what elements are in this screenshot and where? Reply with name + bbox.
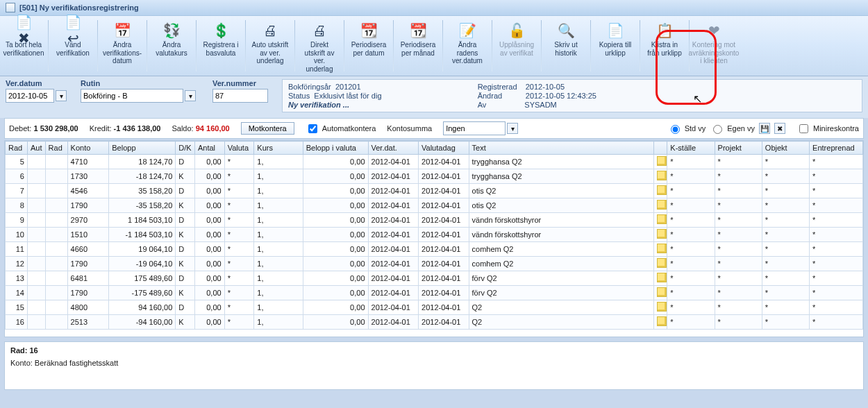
toolbar-change-date[interactable]: 📅Ändra verifikations-datum bbox=[99, 16, 146, 76]
direct-print-icon: 🖨 bbox=[310, 20, 329, 41]
toolbar: 📄✖Ta bort hela verifikationen📄↩Vänd veri… bbox=[0, 16, 868, 76]
col-10[interactable]: Ver.dat. bbox=[368, 142, 419, 155]
col-1[interactable]: Aut bbox=[27, 142, 45, 155]
auto-print-icon: 🖨 bbox=[260, 20, 280, 41]
col-15[interactable]: Projekt bbox=[715, 142, 762, 155]
note-icon[interactable] bbox=[657, 156, 667, 166]
footer-rad: Rad: 16 bbox=[10, 346, 858, 355]
toolbar-row-date[interactable]: 📝Ändra radens ver.datum bbox=[444, 16, 491, 76]
rutin-dropdown-icon[interactable]: ▾ bbox=[185, 90, 196, 101]
motkontera-button[interactable]: Motkontera bbox=[241, 122, 294, 135]
rutin-input[interactable] bbox=[81, 89, 183, 103]
periodize-month-icon: 📆 bbox=[408, 20, 428, 41]
andrad-label: Ändrad bbox=[478, 92, 502, 100]
info-area: Ver.datum ▾ Rutin ▾ Ver.nummer Bokföring… bbox=[0, 76, 868, 118]
std-vy-radio[interactable]: Std vy bbox=[667, 123, 706, 134]
col-11[interactable]: Valutadag bbox=[419, 142, 469, 155]
col-8[interactable]: Kurs bbox=[254, 142, 303, 155]
toolbar-change-rate[interactable]: 💱Ändra valutakurs bbox=[148, 16, 195, 76]
col-16[interactable]: Objekt bbox=[762, 142, 809, 155]
table-row[interactable]: 15480094 160,00D0,00*1,0,002012-04-01201… bbox=[6, 300, 863, 315]
delete-icon[interactable]: ✖ bbox=[774, 123, 785, 134]
table-row[interactable]: 101510-1 184 503,10K0,00*1,0,002012-04-0… bbox=[6, 228, 863, 242]
note-icon[interactable] bbox=[657, 171, 667, 180]
note-icon[interactable] bbox=[657, 316, 667, 326]
table-row[interactable]: 7454635 158,20D0,00*1,0,002012-04-012012… bbox=[6, 184, 863, 198]
col-7[interactable]: Valuta bbox=[224, 142, 254, 155]
note-icon[interactable] bbox=[657, 214, 667, 224]
info-panel: Bokföringsår 201201 Registrerad 2012-10-… bbox=[282, 79, 862, 112]
toolbar-base-currency[interactable]: 💲Registrera i basvaluta bbox=[197, 16, 244, 76]
note-icon[interactable] bbox=[657, 200, 667, 210]
base-currency-icon: 💲 bbox=[211, 20, 231, 41]
toolbar-direct-print[interactable]: 🖨Direkt utskrift av ver. underlag bbox=[296, 16, 343, 76]
col-9[interactable]: Belopp i valuta bbox=[303, 142, 368, 155]
auto-print-label: Auto utskrift av ver. underlag bbox=[251, 41, 290, 65]
table-row[interactable]: 929701 184 503,10D0,00*1,0,002012-04-012… bbox=[6, 213, 863, 228]
table-row[interactable]: 11466019 064,10D0,00*1,0,002012-04-01201… bbox=[6, 242, 863, 257]
verdatum-input[interactable] bbox=[6, 89, 54, 103]
col-14[interactable]: K-ställe bbox=[667, 142, 715, 155]
col-17[interactable]: Entreprenad bbox=[810, 142, 863, 155]
toolbar-periodize-date[interactable]: 📆Periodisera per datum bbox=[345, 16, 392, 76]
table-row[interactable]: 61730-18 124,70K0,00*1,0,002012-04-01201… bbox=[6, 169, 863, 184]
vernummer-input[interactable] bbox=[212, 89, 268, 103]
kontosumma-label: Kontosumma bbox=[387, 124, 432, 133]
row-date-icon: 📝 bbox=[458, 20, 477, 41]
delete-all-label: Ta bort hela verifikationen bbox=[3, 41, 44, 57]
toolbar-delete-all[interactable]: 📄✖Ta bort hela verifikationen bbox=[0, 16, 47, 76]
toolbar-reverse[interactable]: 📄↩Vänd verifikation bbox=[49, 16, 97, 76]
note-icon[interactable] bbox=[657, 244, 667, 253]
verdatum-label: Ver.datum bbox=[6, 79, 67, 87]
periodize-month-label: Periodisera per månad bbox=[399, 41, 437, 57]
change-rate-icon: 💱 bbox=[162, 20, 181, 41]
table-row[interactable]: 162513-94 160,00K0,00*1,0,002012-04-0120… bbox=[6, 315, 863, 330]
verdatum-dropdown-icon[interactable]: ▾ bbox=[56, 90, 67, 101]
table-row[interactable]: 136481175 489,60D0,00*1,0,002012-04-0120… bbox=[6, 271, 863, 286]
col-12[interactable]: Text bbox=[469, 142, 654, 155]
table-row[interactable]: 141790-175 489,60K0,00*1,0,002012-04-012… bbox=[6, 286, 863, 300]
footer-konto: Konto: Beräknad fastighetsskatt bbox=[10, 359, 858, 367]
bokforingsar-label: Bokföringsår bbox=[288, 83, 331, 91]
unlock-icon: 🔓 bbox=[507, 20, 526, 41]
toolbar-periodize-month[interactable]: 📆Periodisera per månad bbox=[394, 16, 442, 76]
toolbar-print-history[interactable]: 🔍Skriv ut historik bbox=[542, 16, 590, 76]
col-0[interactable]: Rad bbox=[6, 142, 28, 155]
kontosumma-input[interactable] bbox=[443, 121, 506, 135]
toolbar-auto-print[interactable]: 🖨Auto utskrift av ver. underlag bbox=[247, 16, 294, 76]
kontosumma-dropdown-icon[interactable]: ▾ bbox=[507, 123, 518, 134]
summary-bar: Debet: 1 530 298,00 Kredit: -1 436 138,0… bbox=[4, 118, 864, 139]
table-row[interactable]: 121790-19 064,10K0,00*1,0,002012-04-0120… bbox=[6, 257, 863, 271]
debet-value: 1 530 298,00 bbox=[33, 124, 78, 133]
col-6[interactable]: Antal bbox=[194, 142, 224, 155]
col-4[interactable]: Belopp bbox=[109, 142, 176, 155]
save-icon[interactable]: 💾 bbox=[759, 123, 770, 134]
note-icon[interactable] bbox=[657, 229, 667, 239]
client-account-label: Kontering mot avräkningskonto i klienten bbox=[689, 41, 740, 65]
status-value: Exklusivt låst för dig bbox=[314, 92, 381, 100]
note-icon[interactable] bbox=[657, 258, 667, 268]
grid[interactable]: RadAutRadKontoBeloppD/KAntalValutaKursBe… bbox=[4, 140, 864, 337]
vernummer-label: Ver.nummer bbox=[212, 79, 268, 87]
col-2[interactable]: Rad bbox=[45, 142, 67, 155]
delete-all-icon: 📄✖ bbox=[14, 20, 33, 41]
table-row[interactable]: 5471018 124,70D0,00*1,0,002012-04-012012… bbox=[6, 155, 863, 169]
note-icon[interactable] bbox=[657, 273, 667, 282]
automatkontera-checkbox[interactable]: Automatkontera bbox=[306, 122, 376, 135]
toolbar-copy-clipboard[interactable]: 📄Kopiera till urklipp bbox=[592, 16, 639, 76]
table-row[interactable]: 81790-35 158,20K0,00*1,0,002012-04-01201… bbox=[6, 198, 863, 213]
note-icon[interactable] bbox=[657, 302, 667, 312]
egen-vy-radio[interactable]: Egen vy bbox=[710, 123, 755, 134]
toolbar-client-account: ❤Kontering mot avräkningskonto i kliente… bbox=[690, 16, 737, 76]
note-icon[interactable] bbox=[657, 287, 667, 297]
toolbar-unlock: 🔓Upplåsning av verifikat bbox=[493, 16, 540, 76]
toolbar-paste-clipboard[interactable]: 📋Klistra in från urklipp bbox=[641, 16, 688, 76]
minireskontra-checkbox[interactable]: Minireskontra bbox=[796, 122, 859, 135]
note-icon[interactable] bbox=[657, 185, 667, 195]
col-3[interactable]: Konto bbox=[67, 142, 109, 155]
registrerad-value: 2012-10-05 bbox=[526, 83, 565, 91]
base-currency-label: Registrera i basvaluta bbox=[201, 41, 240, 57]
col-5[interactable]: D/K bbox=[176, 142, 195, 155]
col-13[interactable] bbox=[654, 142, 667, 155]
print-history-label: Skriv ut historik bbox=[546, 41, 585, 57]
